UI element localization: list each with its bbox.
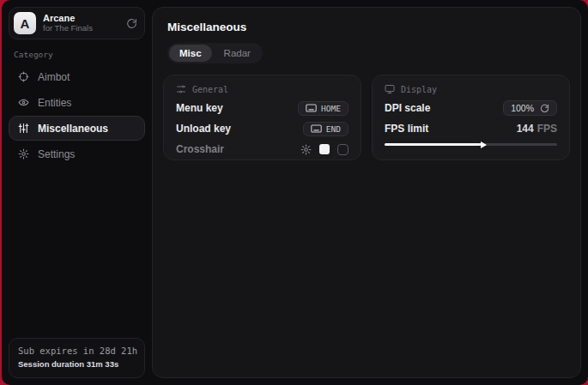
app-header: A Arcane for The Finals [9,7,145,39]
app-meta: Arcane for The Finals [43,13,93,33]
main-panel: Miscellaneous Misc Radar General Menu ke… [152,7,581,378]
unload-key-value: END [326,124,341,134]
tab-radar[interactable]: Radar [214,45,261,62]
gear-icon[interactable] [300,144,312,155]
general-card: General Menu key HOME Unload key [163,75,361,160]
gear-icon [18,148,29,159]
sidebar-item-aimbot[interactable]: Aimbot [9,64,145,89]
menu-key-bind[interactable]: HOME [298,101,349,116]
category-label: Category [14,50,140,59]
display-card: Display DPI scale 100% FPS limit [372,75,570,160]
tab-misc[interactable]: Misc [169,45,212,62]
crosshair-checkbox[interactable] [337,144,349,155]
cards-row: General Menu key HOME Unload key [163,75,570,160]
session-duration-text: Session duration 31m 33s [18,358,136,370]
menu-key-row: Menu key HOME [176,101,349,115]
general-card-title: General [192,85,228,94]
general-card-header: General [176,84,349,94]
keyboard-icon [311,124,322,133]
fps-slider-thumb[interactable] [481,141,487,148]
app-window: A Arcane for The Finals Category Aimbot [2,0,588,385]
sidebar-item-settings[interactable]: Settings [9,141,145,166]
dpi-scale-control[interactable]: 100% [503,100,557,116]
refresh-icon[interactable] [540,104,549,113]
fps-limit-slider[interactable] [385,143,557,146]
crosshair-row: Crosshair [176,142,349,156]
sidebar-item-miscellaneous[interactable]: Miscellaneous [9,116,145,141]
display-card-title: Display [401,85,437,94]
crosshair-label: Crosshair [176,143,224,155]
fps-number: 144 [517,123,534,135]
sidebar-nav: Aimbot Entities Miscellaneous [9,64,145,167]
fps-limit-label: FPS limit [385,123,428,135]
sliders-horizontal-icon [176,84,186,94]
monitor-icon [385,84,395,94]
dpi-scale-row: DPI scale 100% [385,101,557,115]
tab-bar: Misc Radar [167,43,263,63]
subscription-info: Sub expires in 28d 21h Session duration … [9,338,145,378]
unload-key-label: Unload key [176,123,231,135]
app-logo: A [14,12,36,34]
crosshair-icon [18,71,29,82]
fps-limit-value: 144 FPS [517,123,557,135]
fps-slider-fill [385,143,482,146]
keyboard-icon [306,104,317,112]
dpi-scale-label: DPI scale [385,102,430,114]
sidebar-item-entities[interactable]: Entities [9,90,145,115]
dpi-scale-value: 100% [511,103,534,113]
fps-unit: FPS [537,123,557,135]
unload-key-bind[interactable]: END [303,122,349,136]
sliders-icon [18,123,29,134]
crosshair-color-swatch[interactable] [319,144,330,154]
unload-key-row: Unload key END [176,122,349,135]
sub-expiry-text: Sub expires in 28d 21h [18,345,136,358]
menu-key-label: Menu key [176,102,223,114]
app-subtitle: for The Finals [43,24,93,33]
sidebar-item-label: Entities [38,97,71,109]
sidebar: A Arcane for The Finals Category Aimbot [2,0,152,385]
app-name: Arcane [43,13,93,24]
display-card-header: Display [385,84,557,94]
eye-icon [18,97,29,108]
fps-limit-row: FPS limit 144 FPS [385,122,557,135]
crosshair-controls [300,144,349,155]
sidebar-item-label: Settings [38,148,75,160]
sidebar-item-label: Miscellaneous [38,123,108,135]
page-title: Miscellaneous [167,21,570,33]
refresh-icon[interactable] [126,18,137,29]
sidebar-item-label: Aimbot [38,71,70,83]
menu-key-value: HOME [321,104,341,113]
